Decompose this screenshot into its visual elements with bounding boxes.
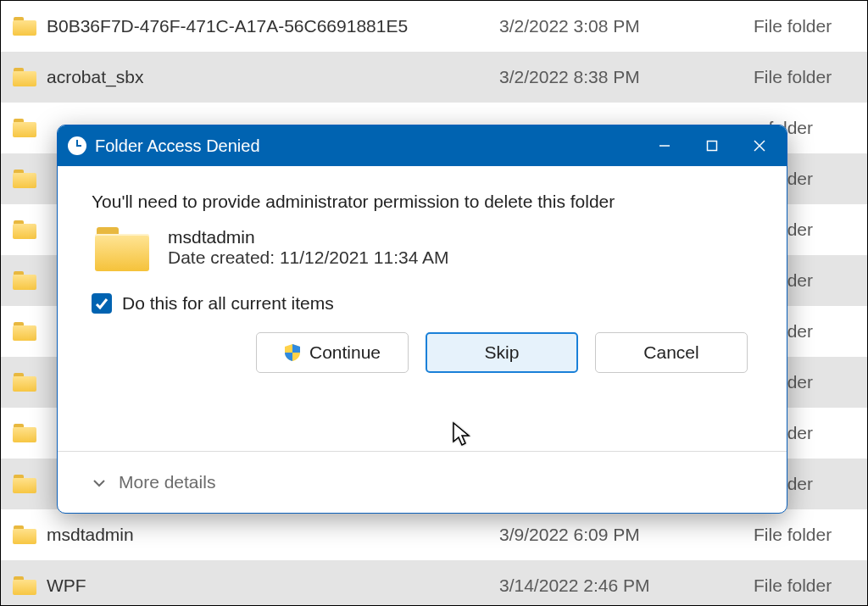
- continue-label: Continue: [309, 342, 381, 363]
- skip-button[interactable]: Skip: [426, 332, 578, 373]
- folder-icon: [13, 475, 36, 493]
- row-date: 3/14/2022 2:46 PM: [499, 575, 754, 596]
- folder-icon: [95, 227, 149, 271]
- table-row[interactable]: acrobat_sbx 3/2/2022 8:38 PM File folder: [1, 52, 867, 103]
- close-button[interactable]: [736, 125, 783, 166]
- row-date: 3/9/2022 6:09 PM: [499, 525, 754, 545]
- continue-button[interactable]: Continue: [256, 332, 409, 373]
- folder-icon: [13, 119, 36, 137]
- row-date: 3/2/2022 3:08 PM: [499, 16, 754, 36]
- do-for-all-checkbox[interactable]: [92, 293, 112, 314]
- folder-icon: [13, 373, 36, 392]
- row-name: acrobat_sbx: [47, 67, 499, 87]
- dialog-message: You'll need to provide administrator per…: [92, 192, 753, 212]
- folder-icon: [13, 220, 36, 239]
- cancel-label: Cancel: [643, 342, 698, 363]
- target-folder-name: msdtadmin: [168, 227, 449, 247]
- target-folder-date: Date created: 11/12/2021 11:34 AM: [168, 247, 449, 268]
- dialog-target-item: msdtadmin Date created: 11/12/2021 11:34…: [95, 227, 753, 271]
- uac-shield-icon: [284, 343, 301, 362]
- more-details-toggle[interactable]: More details: [58, 452, 787, 513]
- minimize-button[interactable]: [641, 125, 688, 166]
- row-name: WPF: [47, 575, 499, 596]
- folder-access-denied-dialog: Folder Access Denied You'll need to prov…: [57, 125, 787, 514]
- row-type: File folder: [754, 67, 855, 87]
- skip-label: Skip: [485, 342, 520, 363]
- folder-icon: [13, 322, 36, 341]
- row-type: File folder: [754, 525, 855, 545]
- table-row[interactable]: B0B36F7D-476F-471C-A17A-56C6691881E5 3/2…: [1, 1, 867, 52]
- clock-icon: [68, 136, 86, 155]
- folder-icon: [13, 271, 36, 290]
- chevron-down-icon: [92, 475, 107, 490]
- folder-icon: [13, 17, 36, 36]
- table-row[interactable]: WPF 3/14/2022 2:46 PM File folder: [1, 560, 867, 606]
- folder-icon: [13, 68, 36, 86]
- cancel-button[interactable]: Cancel: [595, 332, 748, 373]
- folder-icon: [13, 576, 36, 595]
- dialog-titlebar[interactable]: Folder Access Denied: [58, 125, 787, 166]
- dialog-title: Folder Access Denied: [95, 136, 641, 156]
- do-for-all-label: Do this for all current items: [122, 293, 334, 314]
- row-name: B0B36F7D-476F-471C-A17A-56C6691881E5: [47, 16, 499, 36]
- row-name: msdtadmin: [47, 525, 499, 545]
- svg-rect-1: [708, 142, 717, 151]
- folder-icon: [13, 424, 36, 442]
- row-date: 3/2/2022 8:38 PM: [499, 67, 754, 87]
- row-type: File folder: [754, 575, 855, 596]
- folder-icon: [13, 525, 36, 544]
- maximize-button[interactable]: [688, 125, 736, 166]
- row-type: File folder: [754, 16, 855, 36]
- more-details-label: More details: [119, 472, 215, 492]
- table-row[interactable]: msdtadmin 3/9/2022 6:09 PM File folder: [1, 509, 867, 560]
- folder-icon: [13, 170, 36, 188]
